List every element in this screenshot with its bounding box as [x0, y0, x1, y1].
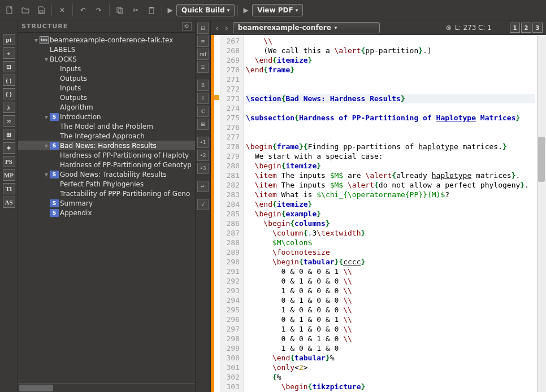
- left-symbol-palette: pt÷⊡( ){ }λ∞⊞✶PSMPTIAS: [0, 20, 18, 392]
- tree-item[interactable]: SSummary: [18, 198, 195, 208]
- open-file-icon[interactable]: [18, 3, 33, 18]
- symbol-tool[interactable]: TI: [3, 183, 15, 194]
- view-play-icon[interactable]: ▶: [241, 6, 251, 14]
- editor-tool[interactable]: 𝐂: [197, 106, 209, 117]
- symbol-tool[interactable]: ⊡: [3, 61, 15, 72]
- build-play-icon[interactable]: ▶: [165, 6, 175, 14]
- tree-item[interactable]: ▾SIntroduction: [18, 112, 195, 121]
- symbol-tool[interactable]: ( ): [3, 75, 15, 86]
- symbol-tool[interactable]: ÷: [3, 47, 15, 59]
- svg-rect-5: [150, 7, 153, 8]
- symbol-tool[interactable]: PS: [3, 156, 15, 167]
- tree-item[interactable]: Hardness of PP-Partitioning of Genotyp: [18, 160, 195, 169]
- tree-item[interactable]: The Integrated Approach: [18, 131, 195, 141]
- editor-top-bar: ‹ › beamerexample-confere▾ ⊗ L: 273 C: 1…: [211, 20, 546, 35]
- tree-item[interactable]: Algorithm: [18, 102, 195, 112]
- editor-tool[interactable]: ↵: [197, 181, 209, 192]
- symbol-tool[interactable]: ∞: [3, 115, 15, 127]
- symbol-tool[interactable]: ✶: [3, 142, 15, 154]
- main-toolbar: ✕ ↶ ↷ ✂ ▶ Quick Build▾ ▶ View PDF▾: [0, 0, 546, 20]
- editor-tool[interactable]: ≡: [197, 36, 209, 47]
- editor-tool[interactable]: √: [197, 199, 209, 210]
- view-pdf-button[interactable]: View PDF▾: [252, 4, 303, 16]
- tree-item[interactable]: ▾BLOCKS: [18, 54, 195, 64]
- editor-tool[interactable]: ⊡: [197, 23, 209, 34]
- undo-icon[interactable]: ↶: [76, 3, 90, 18]
- structure-title: STRUCTURE: [21, 23, 68, 30]
- symbol-tool[interactable]: { }: [3, 88, 15, 99]
- tree-item[interactable]: Perfect Path Phylogenies: [18, 179, 195, 189]
- pane-button[interactable]: 1: [510, 23, 520, 33]
- cursor-position: L: 273 C: 1: [455, 24, 492, 32]
- pane-button[interactable]: 3: [532, 23, 543, 33]
- tree-item[interactable]: LABELS: [18, 45, 195, 54]
- nav-back-icon[interactable]: ‹: [214, 23, 220, 33]
- close-icon[interactable]: ✕: [55, 3, 70, 18]
- tree-item[interactable]: Hardness of PP-Partitioning of Haploty: [18, 150, 195, 160]
- save-file-icon[interactable]: [34, 3, 49, 18]
- copy-icon[interactable]: [112, 3, 127, 18]
- quick-build-button[interactable]: Quick Build▾: [176, 4, 235, 16]
- editor-tool[interactable]: •3: [197, 163, 209, 174]
- editor-tool[interactable]: •2: [197, 150, 209, 161]
- editor-tool[interactable]: B: [197, 80, 209, 91]
- line-number-gutter: 2672682692702712722732742752762772782792…: [220, 35, 244, 392]
- editor-tool[interactable]: ref: [197, 49, 209, 60]
- tree-item[interactable]: SAppendix: [18, 208, 195, 217]
- editor-tool[interactable]: I: [197, 93, 209, 104]
- tree-item[interactable]: ▾texbeamerexample-conference-talk.tex: [18, 35, 195, 45]
- file-tab[interactable]: beamerexample-confere▾: [233, 22, 380, 33]
- paste-icon[interactable]: [144, 3, 159, 18]
- editor-vscrollbar[interactable]: [537, 35, 546, 392]
- structure-sync-icon[interactable]: ⟲: [182, 22, 192, 31]
- tree-item[interactable]: Inputs: [18, 64, 195, 73]
- editor-tool[interactable]: •1: [197, 137, 209, 148]
- code-area[interactable]: \\ (We call this a \alert{pp-partition}.…: [244, 35, 537, 392]
- tree-item[interactable]: ▾SGood News: Tractability Results: [18, 169, 195, 179]
- symbol-tool[interactable]: λ: [3, 102, 15, 113]
- nav-fwd-icon[interactable]: ›: [223, 23, 229, 33]
- editor-tool[interactable]: ⊞: [197, 119, 209, 130]
- close-tab-icon[interactable]: ⊗: [446, 24, 452, 32]
- editor-tool[interactable]: ≣: [197, 62, 209, 73]
- redo-icon[interactable]: ↷: [92, 3, 106, 18]
- tree-item[interactable]: Outputs: [18, 93, 195, 102]
- structure-tree[interactable]: ▾texbeamerexample-conference-talk.texLAB…: [18, 33, 195, 383]
- structure-hscrollbar[interactable]: [18, 383, 195, 392]
- editor-side-palette: ⊡≡ref≣BI𝐂⊞•1•2•3↵√: [195, 20, 211, 392]
- pane-button[interactable]: 2: [521, 23, 531, 33]
- tree-item[interactable]: ▾SBad News: Hardness Results: [18, 141, 195, 150]
- new-file-icon[interactable]: [2, 3, 17, 18]
- symbol-tool[interactable]: ⊞: [3, 129, 15, 140]
- tree-item[interactable]: Outputs: [18, 73, 195, 83]
- marker-gutter: [214, 35, 220, 392]
- tree-item[interactable]: Tractability of PPP-Partitioning of Geno: [18, 189, 195, 198]
- svg-rect-1: [40, 11, 43, 13]
- cut-icon[interactable]: ✂: [128, 3, 143, 18]
- symbol-tool[interactable]: MP: [3, 169, 15, 181]
- tree-item[interactable]: Inputs: [18, 83, 195, 93]
- tree-item[interactable]: The Model and the Problem: [18, 121, 195, 131]
- structure-panel: STRUCTURE ⟲ ▾texbeamerexample-conference…: [18, 20, 195, 392]
- symbol-tool[interactable]: pt: [3, 34, 15, 45]
- code-editor[interactable]: 2672682692702712722732742752762772782792…: [211, 35, 546, 392]
- symbol-tool[interactable]: AS: [3, 197, 15, 208]
